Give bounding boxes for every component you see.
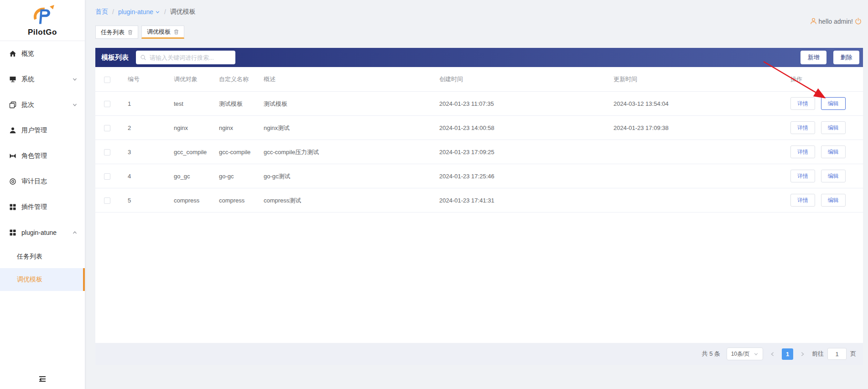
panel-title: 模板列表	[101, 53, 129, 62]
edit-button[interactable]: 编辑	[821, 145, 846, 158]
plugins-grid-icon	[9, 203, 17, 211]
row-checkbox[interactable]	[104, 101, 110, 107]
row-checkbox[interactable]	[104, 197, 110, 204]
search-icon	[140, 54, 146, 61]
cell-summary: 测试模板	[255, 92, 431, 116]
page-size-select[interactable]: 10条/页	[727, 348, 763, 360]
goto-page-input[interactable]	[827, 348, 847, 360]
chevron-up-icon	[72, 230, 78, 235]
row-checkbox[interactable]	[104, 125, 110, 131]
table-row: 4 go_gc go-gc go-gc测试 2024-01-23 17:25:4…	[95, 164, 863, 188]
trash-icon[interactable]	[174, 29, 179, 35]
sidebar-item-plugin-atune[interactable]: plugin-atune	[0, 220, 85, 245]
page-unit-label: 页	[850, 350, 856, 358]
breadcrumb-current: 调优模板	[170, 8, 196, 16]
cell-created: 2024-01-23 17:09:25	[431, 140, 605, 164]
logo: PilotGo	[0, 0, 85, 41]
detail-button[interactable]: 详情	[790, 194, 815, 207]
monitor-icon	[9, 76, 17, 83]
col-header-name: 自定义名称	[210, 67, 255, 92]
chevron-down-icon	[72, 102, 78, 108]
table-row: 5 compress compress compress测试 2024-01-2…	[95, 188, 863, 213]
edit-button[interactable]: 编辑	[821, 121, 846, 134]
sidebar-item-label: 批次	[21, 101, 34, 109]
main-area: 首页 / plugin-atune / 调优模板 hello admin! 任务…	[85, 0, 868, 389]
col-header-id: 编号	[119, 67, 165, 92]
cell-created: 2024-01-23 11:07:35	[431, 92, 605, 116]
sidebar: PilotGo 概览 系统	[0, 0, 85, 389]
col-header-target: 调优对象	[165, 67, 210, 92]
sidebar-item-system[interactable]: 系统	[0, 67, 85, 92]
cell-target: gcc_compile	[165, 140, 210, 164]
cell-name: compress	[210, 188, 255, 213]
cell-summary: gcc-compile压力测试	[255, 140, 431, 164]
breadcrumb-separator: /	[164, 8, 166, 16]
tab-task-list[interactable]: 任务列表	[95, 26, 138, 39]
tab-bar: 任务列表 调优模板	[95, 26, 184, 39]
col-header-created: 创建时间	[431, 67, 605, 92]
plugin-grid-icon	[9, 229, 17, 236]
pilotgo-logo-icon	[29, 4, 56, 27]
cell-id: 5	[119, 188, 165, 213]
edit-button[interactable]: 编辑	[821, 170, 846, 182]
roles-icon	[9, 152, 17, 160]
pagination-total: 共 5 条	[702, 350, 720, 358]
next-page-button[interactable]	[800, 351, 806, 357]
search-input[interactable]	[150, 54, 231, 61]
table-row: 3 gcc_compile gcc-compile gcc-compile压力测…	[95, 140, 863, 164]
detail-button[interactable]: 详情	[790, 170, 815, 182]
goto-label: 前往	[812, 350, 824, 358]
panel-actions: 新增 删除	[800, 51, 859, 64]
cell-name: 测试模板	[210, 92, 255, 116]
cell-created: 2024-01-23 14:00:58	[431, 116, 605, 140]
table-row: 2 nginx nginx nginx测试 2024-01-23 14:00:5…	[95, 116, 863, 140]
delete-button[interactable]: 删除	[833, 51, 859, 64]
sidebar-item-label: 插件管理	[21, 203, 47, 211]
page-number-1[interactable]: 1	[782, 348, 793, 360]
detail-button[interactable]: 详情	[790, 145, 815, 158]
sidebar-item-audit-log[interactable]: 审计日志	[0, 169, 85, 194]
trash-icon[interactable]	[128, 30, 133, 35]
user-avatar-icon	[810, 17, 817, 25]
chevron-down-icon	[72, 77, 78, 82]
tab-label: 调优模板	[147, 28, 171, 36]
tab-tuning-template[interactable]: 调优模板	[141, 26, 184, 39]
breadcrumb-plugin-atune[interactable]: plugin-atune	[118, 8, 160, 16]
cell-id: 4	[119, 164, 165, 188]
sidebar-item-users[interactable]: 用户管理	[0, 118, 85, 143]
sidebar-item-plugins[interactable]: 插件管理	[0, 194, 85, 220]
add-button[interactable]: 新增	[800, 51, 826, 64]
breadcrumb-home[interactable]: 首页	[95, 8, 108, 16]
cell-name: nginx	[210, 116, 255, 140]
sidebar-item-batch[interactable]: 批次	[0, 92, 85, 118]
edit-button[interactable]: 编辑	[821, 194, 846, 207]
batch-icon	[9, 101, 17, 109]
sidebar-subitem-task-list[interactable]: 任务列表	[0, 245, 85, 268]
user-area: hello admin!	[810, 17, 863, 25]
sidebar-collapse-button[interactable]	[37, 374, 47, 385]
app-name: PilotGo	[28, 28, 57, 37]
logout-power-icon[interactable]	[854, 17, 862, 25]
cell-target: test	[165, 92, 210, 116]
sidebar-subitem-label: 任务列表	[17, 253, 42, 261]
col-header-summary: 概述	[255, 67, 431, 92]
user-greeting: hello admin!	[819, 18, 853, 25]
chevron-down-icon	[155, 10, 160, 15]
cell-summary: nginx测试	[255, 116, 431, 140]
cell-name: go-gc	[210, 164, 255, 188]
detail-button[interactable]: 详情	[790, 97, 815, 110]
prev-page-button[interactable]	[769, 351, 775, 357]
sidebar-subitem-label: 调优模板	[17, 275, 42, 284]
row-checkbox[interactable]	[104, 149, 110, 156]
panel-header: 模板列表 新增 删除	[95, 48, 863, 67]
edit-button[interactable]: 编辑	[821, 97, 846, 110]
pagination-bar: 共 5 条 10条/页 1 前往 页	[95, 343, 863, 365]
sidebar-item-overview[interactable]: 概览	[0, 41, 85, 67]
cell-name: gcc-compile	[210, 140, 255, 164]
sidebar-item-roles[interactable]: 角色管理	[0, 143, 85, 169]
cell-created: 2024-01-23 17:41:31	[431, 188, 605, 213]
detail-button[interactable]: 详情	[790, 121, 815, 134]
select-all-checkbox[interactable]	[104, 77, 110, 83]
sidebar-subitem-tuning-template[interactable]: 调优模板	[0, 268, 85, 291]
row-checkbox[interactable]	[104, 173, 110, 180]
